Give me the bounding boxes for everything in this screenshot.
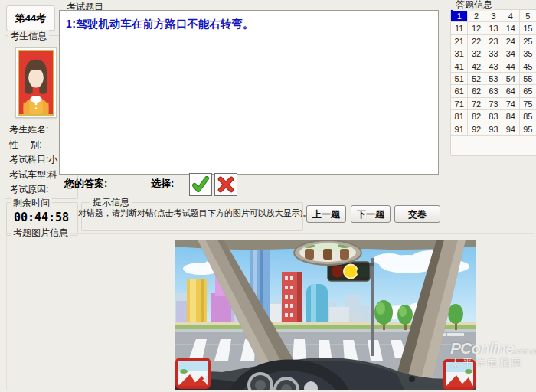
answer-grid-cell[interactable]: 95 <box>520 123 536 136</box>
answer-true-button[interactable] <box>189 173 212 196</box>
answer-grid-cell[interactable]: 73 <box>485 98 502 110</box>
answer-grid-cell[interactable]: 44 <box>502 60 519 73</box>
answer-grid-cell[interactable]: 4 <box>502 10 519 22</box>
submit-paper-button[interactable]: 交卷 <box>394 205 440 223</box>
answer-grid-cell[interactable]: 33 <box>485 47 502 60</box>
answer-grid-cell[interactable]: 1 <box>451 10 468 22</box>
answer-grid-cell[interactable]: 83 <box>485 110 502 122</box>
answer-grid: 1234511121314152122232425313233343541424… <box>451 10 536 136</box>
candidate-field-value: 小 <box>48 154 57 165</box>
answer-grid-cell[interactable]: 94 <box>502 123 519 136</box>
traffic-light-pole <box>371 258 374 356</box>
answer-grid-cell[interactable]: 5 <box>520 10 536 22</box>
answer-grid-cell[interactable]: 93 <box>485 123 502 136</box>
remaining-time-value: 00:44:58 <box>6 211 77 224</box>
candidate-field-label: 性 别: <box>9 139 42 150</box>
red-light-off <box>332 266 344 278</box>
answer-grid-cell[interactable]: 25 <box>520 35 536 47</box>
answer-grid-cell[interactable]: 84 <box>502 110 519 122</box>
answer-grid-cell[interactable]: 31 <box>451 47 468 60</box>
avatar-girl-illustration <box>19 51 53 114</box>
answer-info-label: 答题信息 <box>453 0 495 11</box>
answer-grid-cell[interactable]: 45 <box>520 60 536 73</box>
question-panel: 1:驾驶机动车在前方路口不能右转弯。 <box>59 10 439 175</box>
candidate-field-value: 科 <box>48 169 57 180</box>
answer-info-group: 1234511121314152122232425313233343541424… <box>450 9 536 156</box>
remaining-time-label: 剩余时间 <box>11 197 52 210</box>
answer-grid-cell[interactable]: 91 <box>451 123 468 136</box>
hint-text: 对错题，请判断对错(点击考试题目下方的图片可以放大显示)。 <box>78 207 308 219</box>
driving-scene-illustration <box>175 240 476 390</box>
candidate-field-row: 考试车型:科 <box>9 168 57 183</box>
answer-grid-cell[interactable]: 34 <box>502 47 519 60</box>
answer-grid-cell[interactable]: 62 <box>468 85 485 97</box>
answer-grid-cell[interactable]: 63 <box>485 85 502 97</box>
yellow-light-on <box>344 265 358 279</box>
candidate-field-label: 考生姓名: <box>9 124 48 135</box>
candidate-field-label: 考试车型: <box>9 169 48 180</box>
answer-grid-cell[interactable]: 52 <box>468 73 485 85</box>
choice-label: 选择: <box>151 177 174 191</box>
question-image[interactable] <box>175 240 476 390</box>
answer-grid-cell[interactable]: 43 <box>485 60 502 73</box>
answer-grid-cell[interactable]: 92 <box>468 123 485 136</box>
candidate-photo <box>15 47 57 118</box>
question-text: 1:驾驶机动车在前方路口不能右转弯。 <box>60 11 438 38</box>
your-answer-label: 您的答案: <box>64 177 107 191</box>
answer-grid-cell[interactable]: 81 <box>451 110 468 122</box>
answer-grid-cell[interactable]: 12 <box>468 22 485 34</box>
answer-grid-cell[interactable]: 51 <box>451 73 468 85</box>
answer-grid-cell[interactable]: 54 <box>502 73 519 85</box>
next-question-button[interactable]: 下一题 <box>351 205 391 223</box>
question-image-group-label: 考题图片信息 <box>11 227 70 240</box>
answer-grid-cell[interactable]: 65 <box>520 85 536 97</box>
candidate-fields: 考生姓名:性 别:考试科目:小考试车型:科考试原因: <box>9 122 57 198</box>
answer-false-button[interactable] <box>214 173 237 196</box>
answer-grid-cell[interactable]: 13 <box>485 22 502 34</box>
answer-grid-cell[interactable]: 32 <box>468 47 485 60</box>
answer-grid-cell[interactable]: 21 <box>451 35 468 47</box>
rearview-mirror <box>294 240 361 265</box>
candidate-field-label: 考试原因: <box>9 184 48 194</box>
answer-grid-cell[interactable]: 42 <box>468 60 485 73</box>
answer-grid-cell[interactable]: 82 <box>468 110 485 122</box>
answer-grid-cell[interactable]: 2 <box>468 10 485 22</box>
right-side-mirror <box>443 359 476 390</box>
candidate-field-label: 考试科目: <box>9 154 48 165</box>
answer-grid-cell[interactable]: 41 <box>451 60 468 73</box>
answer-grid-cell[interactable]: 64 <box>502 85 519 97</box>
check-icon <box>192 176 209 193</box>
answer-grid-cell[interactable]: 53 <box>485 73 502 85</box>
answer-grid-cell[interactable]: 24 <box>502 35 519 47</box>
cross-icon <box>217 176 234 193</box>
answer-grid-cell[interactable]: 14 <box>502 22 519 34</box>
answer-grid-cell[interactable]: 11 <box>451 22 468 34</box>
left-side-mirror <box>175 358 211 389</box>
candidate-field-row: 考生姓名: <box>9 122 57 138</box>
candidate-info-label: 考生信息 <box>8 30 49 43</box>
answer-grid-cell[interactable]: 71 <box>451 98 468 110</box>
green-light-off <box>357 266 369 278</box>
answer-grid-cell[interactable]: 72 <box>468 98 485 110</box>
answer-grid-cell[interactable]: 61 <box>451 85 468 97</box>
answer-grid-cell[interactable]: 35 <box>520 47 536 60</box>
previous-question-button[interactable]: 上一题 <box>306 205 346 223</box>
candidate-field-row: 考试科目:小 <box>9 152 57 168</box>
candidate-field-row: 性 别: <box>9 138 57 153</box>
exam-window: 第44考 考生信息 考生姓名:性 别:考试科目:小考试车型:科考试原因: 考试题… <box>0 0 536 392</box>
answer-grid-cell[interactable]: 85 <box>520 110 536 122</box>
exam-number-badge: 第44考 <box>6 5 55 31</box>
answer-grid-cell[interactable]: 15 <box>520 22 536 34</box>
answer-grid-cell[interactable]: 22 <box>468 35 485 47</box>
answer-grid-cell[interactable]: 74 <box>502 98 519 110</box>
answer-grid-cell[interactable]: 75 <box>520 98 536 110</box>
answer-grid-cell[interactable]: 55 <box>520 73 536 85</box>
candidate-field-row: 考试原因: <box>9 182 57 198</box>
answer-grid-cell[interactable]: 23 <box>485 35 502 47</box>
answer-grid-cell[interactable]: 3 <box>485 10 502 22</box>
